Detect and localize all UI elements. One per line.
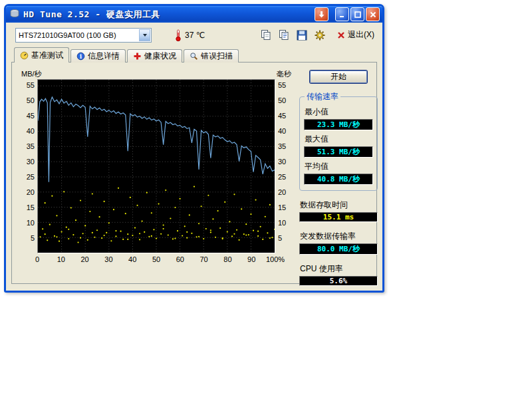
tab-info-label: 信息详情 xyxy=(88,51,120,62)
min-label: 最小值 xyxy=(305,106,373,118)
tab-health[interactable]: 健康状况 xyxy=(127,49,182,63)
save-icon xyxy=(296,29,308,41)
benchmark-chart: MB/秒 毫秒 510152025303540455055 5101520253… xyxy=(20,69,293,279)
max-label: 最大值 xyxy=(305,134,373,145)
drive-select-value: HTS721010G9AT00 (100 GB) xyxy=(19,31,116,39)
cpu-usage-value: 5.6% xyxy=(330,277,348,285)
magnifier-icon xyxy=(190,52,198,61)
y-right-axis-label: 毫秒 xyxy=(277,69,291,78)
avg-label: 平均值 xyxy=(305,161,373,172)
tab-error-scan-label: 错误扫描 xyxy=(201,51,233,62)
transfer-rate-group-title: 传输速率 xyxy=(305,91,340,102)
copy-screenshot-button[interactable] xyxy=(258,27,274,43)
temperature-value: 37 ℃ xyxy=(185,31,205,40)
burst-rate-value-box: 80.0 MB/秒 xyxy=(299,243,378,255)
access-time-label: 数据存取时间 xyxy=(300,200,378,211)
gauge-icon xyxy=(20,51,29,60)
min-value: 23.3 MB/秒 xyxy=(317,120,360,130)
tab-error-scan[interactable]: 错误扫描 xyxy=(184,49,239,63)
app-window: HD Tune 2.52 - 硬盘实用工具 HT xyxy=(4,4,384,293)
copy-text-icon xyxy=(278,29,290,41)
transfer-rate-group: 传输速率 最小值 23.3 MB/秒 最大值 51.3 MB/秒 平均值 40.… xyxy=(299,91,378,191)
download-arrow-icon xyxy=(318,11,325,19)
benchmark-tab-page: MB/秒 毫秒 510152025303540455055 5101520253… xyxy=(11,62,377,284)
tab-benchmark[interactable]: 基准测试 xyxy=(14,47,69,63)
access-time-value: 15.1 ms xyxy=(323,213,354,221)
burst-rate-label: 突发数据传输率 xyxy=(300,231,378,242)
gear-icon xyxy=(314,29,326,41)
toolbar: HTS721010G9AT00 (100 GB) 37 ℃ xyxy=(6,23,382,47)
exit-x-icon xyxy=(337,31,345,39)
chart-plot-area xyxy=(37,79,275,253)
close-button[interactable] xyxy=(366,7,380,21)
drive-select[interactable]: HTS721010G9AT00 (100 GB) xyxy=(15,28,152,43)
tab-info[interactable]: i 信息详情 xyxy=(70,49,126,63)
options-button[interactable] xyxy=(312,27,328,43)
exit-label: 退出(X) xyxy=(348,29,374,41)
drive-select-arrow-button[interactable] xyxy=(139,29,150,41)
avg-value-box: 40.8 MB/秒 xyxy=(304,174,373,185)
start-button[interactable]: 开始 xyxy=(310,70,367,83)
cpu-usage-value-box: 5.6% xyxy=(299,276,378,286)
burst-rate-value: 80.0 MB/秒 xyxy=(317,244,360,254)
tab-health-label: 健康状况 xyxy=(144,51,176,62)
app-icon xyxy=(9,8,20,21)
copy-icon xyxy=(260,29,272,41)
cpu-usage-label: CPU 使用率 xyxy=(300,263,378,275)
titlebar[interactable]: HD Tune 2.52 - 硬盘实用工具 xyxy=(6,6,382,23)
x-axis-ticks: 0102030405060708090100% xyxy=(37,253,275,265)
max-value: 51.3 MB/秒 xyxy=(317,147,360,157)
access-time-value-box: 15.1 ms xyxy=(299,212,378,222)
y-axis-ticks-right: 510152025303540455055 xyxy=(275,79,293,253)
minimize-icon xyxy=(339,11,346,18)
thermometer-icon xyxy=(174,29,182,42)
avg-value: 40.8 MB/秒 xyxy=(317,174,360,184)
chevron-down-icon xyxy=(143,34,147,37)
close-icon xyxy=(370,11,376,18)
results-panel: 开始 传输速率 最小值 23.3 MB/秒 最大值 51.3 MB/秒 平均值 … xyxy=(299,69,378,279)
y-axis-ticks-left: 510152025303540455055 xyxy=(20,79,37,253)
tab-strip: 基准测试 i 信息详情 健康状况 错误扫描 xyxy=(6,47,382,63)
save-screenshot-button[interactable] xyxy=(294,27,310,43)
maximize-button[interactable] xyxy=(350,7,364,21)
y-left-axis-label: MB/秒 xyxy=(21,69,42,78)
maximize-icon xyxy=(354,11,361,18)
health-cross-icon xyxy=(133,52,142,61)
copy-text-button[interactable] xyxy=(276,27,292,43)
window-title: HD Tune 2.52 - 硬盘实用工具 xyxy=(23,9,313,21)
update-check-button[interactable] xyxy=(315,7,329,21)
tab-benchmark-label: 基准测试 xyxy=(31,50,63,61)
minimize-button[interactable] xyxy=(335,7,349,21)
temperature-indicator: 37 ℃ xyxy=(174,29,205,42)
exit-button[interactable]: 退出(X) xyxy=(337,29,374,41)
info-icon: i xyxy=(76,52,85,61)
min-value-box: 23.3 MB/秒 xyxy=(304,119,373,130)
max-value-box: 51.3 MB/秒 xyxy=(304,146,373,158)
svg-text:i: i xyxy=(80,53,82,60)
